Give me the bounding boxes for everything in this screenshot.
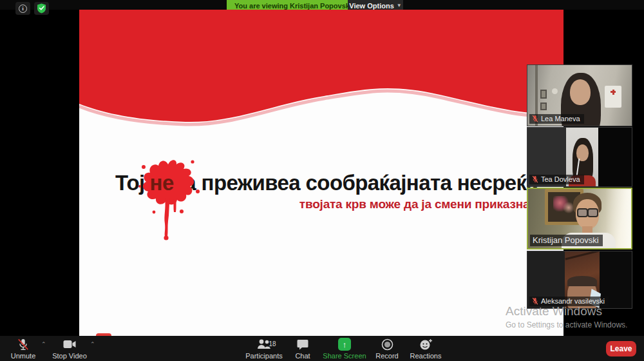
record-button[interactable]: Record: [372, 338, 402, 360]
muted-mic-icon: [17, 338, 29, 351]
muted-mic-icon: [532, 175, 538, 183]
participant-name-tag: Aleksandr vasilevski: [529, 297, 609, 306]
aleksandr-hair: [567, 276, 597, 286]
meeting-toolbar: Unmute ⌃ Stop Video ⌃ 18 Participants: [0, 336, 644, 361]
slide-title-post: ја преживеа сообраќајната несреќа: [179, 171, 538, 195]
slide-title-pre: Тој: [115, 171, 145, 195]
encryption-shield-button[interactable]: [34, 2, 49, 15]
reactions-smiley-icon: [419, 338, 433, 351]
slide-title: Тој неја преживеа сообраќајната несреќа: [115, 171, 538, 195]
lea-person-face: [570, 79, 591, 105]
glasses: [577, 208, 598, 215]
chat-label: Chat: [295, 352, 310, 360]
muted-mic-icon: [532, 297, 538, 305]
record-icon: [381, 338, 393, 351]
unmute-label: Unmute: [11, 352, 36, 360]
record-label: Record: [375, 352, 398, 360]
stop-video-button[interactable]: Stop Video: [50, 338, 89, 360]
audio-options-chevron[interactable]: ⌃: [41, 341, 46, 347]
red-wave-graphic: [79, 10, 564, 139]
chat-bubble-icon: [297, 339, 308, 350]
blood-splatter-icon: [135, 154, 202, 244]
view-options-label: View Options: [349, 2, 393, 10]
video-camera-icon: [63, 340, 76, 349]
lea-wall-frame: [540, 102, 547, 110]
stop-video-label: Stop Video: [52, 352, 87, 360]
share-screen-button[interactable]: ↑ Share Screen: [321, 338, 368, 360]
video-thumbnail-kristijan[interactable]: Kristijan Popovski: [527, 188, 632, 249]
participant-name: Aleksandr vasilevski: [541, 297, 605, 305]
participant-name-tag: Kristijan Popovski: [530, 235, 603, 246]
unmute-button[interactable]: Unmute: [5, 338, 41, 360]
video-thumbnail-lea[interactable]: Lea Maneva: [527, 64, 632, 126]
share-screen-icon: ↑: [338, 338, 351, 351]
shared-screen-slide: Тој неја преживеа сообраќајната несреќа …: [79, 10, 564, 336]
video-options-chevron[interactable]: ⌃: [90, 341, 95, 347]
share-screen-label: Share Screen: [323, 352, 366, 360]
participants-button[interactable]: 18 Participants: [243, 338, 285, 360]
participant-name-tag: Lea Maneva: [529, 114, 584, 124]
reactions-button[interactable]: Reactions: [407, 338, 444, 360]
info-icon: i: [19, 5, 27, 13]
participant-name: Lea Maneva: [541, 115, 580, 122]
leave-button[interactable]: Leave: [606, 341, 636, 356]
participant-name: Kristijan Popovski: [533, 235, 599, 245]
participant-name: Tea Dovleva: [541, 175, 580, 183]
lea-wall-frame: [540, 90, 547, 99]
meeting-info-button[interactable]: i: [15, 2, 30, 15]
participants-label: Participants: [245, 352, 282, 360]
security-shield-icon: [37, 3, 46, 14]
video-thumbnail-tea[interactable]: Tea Dovleva: [527, 127, 632, 187]
slide-title-ne: не: [150, 171, 174, 195]
chat-button[interactable]: Chat: [289, 338, 317, 360]
reactions-label: Reactions: [410, 352, 442, 360]
participants-count-badge: 18: [269, 340, 276, 347]
participant-name-tag: Tea Dovleva: [529, 175, 584, 184]
muted-mic-icon: [532, 115, 538, 122]
first-aid-box: [605, 86, 621, 108]
chevron-down-icon: ▼: [397, 3, 402, 8]
video-thumbnail-aleksandr[interactable]: Aleksandr vasilevski: [527, 251, 632, 309]
slide-title-ne-wrap: не: [150, 171, 174, 195]
lea-wall-fixture: [552, 88, 558, 94]
slide-subtitle: твојата крв може да ја смени приказната.…: [299, 197, 552, 211]
